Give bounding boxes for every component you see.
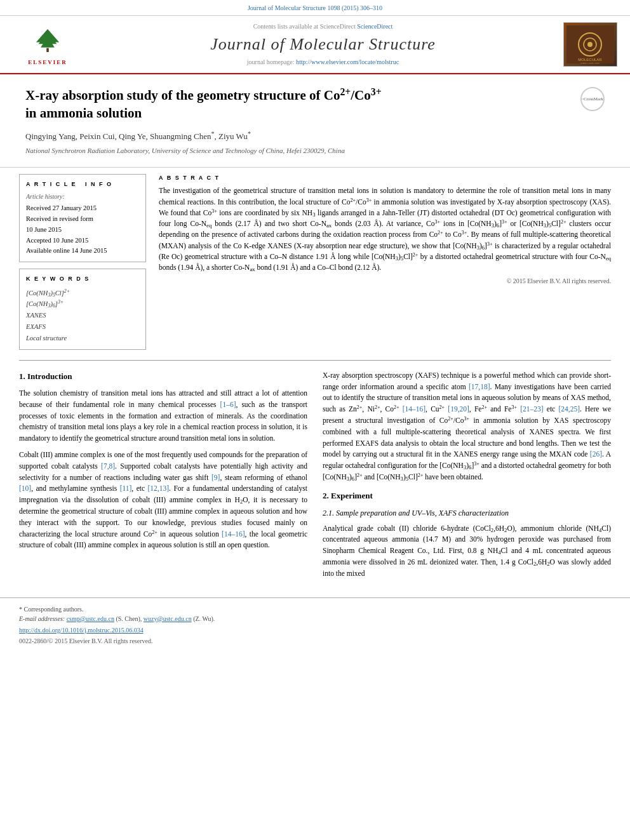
svg-point-7 [587,42,593,47]
journal-header: ELSEVIER Contents lists available at Sci… [0,16,630,74]
footnote-section: * Corresponding authors. E-mail addresse… [0,597,630,649]
crossmark-label: CrossMark [584,97,603,103]
intro-para-1: The solution chemistry of transition met… [19,388,307,444]
online-date: Available online 14 June 2015 [26,247,107,254]
left-column: A R T I C L E I N F O Article history: R… [19,174,146,350]
article-info-label: A R T I C L E I N F O [26,180,139,189]
experiment-heading: 2. Experiment [323,490,611,502]
abstract-text: The investigation of the geometrical str… [159,185,611,273]
article-main-title: X-ray absorption study of the geometry s… [25,87,605,122]
corresponding-label: * Corresponding authors. [19,606,83,613]
intro-heading: 1. Introduction [19,370,307,383]
revised-label: Received in revised form [26,215,93,222]
doi-link[interactable]: http://dx.doi.org/10.1016/j.molstruc.201… [19,627,144,634]
keyword-3: XANES [26,310,139,321]
experiment-subheading: 2.1. Sample preparation and UV–Vis, XAFS… [323,507,611,519]
email-addresses: E-mail addresses: csmp@ustc.edu.cn (S. C… [19,615,215,622]
email-chen[interactable]: csmp@ustc.edu.cn [67,615,114,622]
journal-citation-text: Journal of Molecular Structure 1098 (201… [248,4,382,11]
article-title-section: X-ray absorption study of the geometry s… [0,74,630,168]
received-date: Received 27 January 2015 [26,204,97,211]
main-content: 1. Introduction The solution chemistry o… [0,360,630,597]
section-divider [19,360,611,361]
introduction-section: 1. Introduction The solution chemistry o… [19,370,611,585]
journal-title: Journal of Molecular Structure [83,33,563,56]
right-column: A B S T R A C T The investigation of the… [159,174,611,350]
intro-left-col: 1. Introduction The solution chemistry o… [19,370,307,585]
intro-para-3: X-ray absorption spectroscopy (XAFS) tec… [323,370,611,483]
bottom-copyright: 0022-2860/© 2015 Elsevier B.V. All right… [19,637,611,646]
journal-cover-image: MOLECULAR STRUCTURE [566,25,614,63]
revised-date: 10 June 2015 [26,226,62,233]
abstract-section: A B S T R A C T The investigation of the… [159,174,611,286]
affiliation-line: National Synchrotron Radiation Laborator… [25,146,605,156]
sciencedirect-available: Contents lists available at ScienceDirec… [83,22,563,31]
svg-rect-0 [46,48,49,52]
footnote-text: * Corresponding authors. E-mail addresse… [19,604,611,623]
svg-text:MOLECULAR: MOLECULAR [578,58,602,62]
homepage-url[interactable]: http://www.elsevier.com/locate/molstruc [296,58,399,65]
article-info-abstract-layout: A R T I C L E I N F O Article history: R… [0,168,630,356]
sciencedirect-prefix: Contents lists available at ScienceDirec… [253,23,356,30]
keyword-1: [Co(NH3)5Cl]2+ [26,288,139,299]
history-label: Article history: [26,192,139,202]
elsevier-logo [19,22,76,57]
experiment-para-1: Analytical grade cobalt (II) chloride 6-… [323,523,611,580]
sciencedirect-brand: ScienceDirect [357,23,392,30]
keywords-label: K E Y W O R D S [26,274,139,284]
doi-line[interactable]: http://dx.doi.org/10.1016/j.molstruc.201… [19,626,611,635]
intro-para-2: Cobalt (III) ammine complex is one of th… [19,450,307,551]
keywords-box: K E Y W O R D S [Co(NH3)5Cl]2+ [Co(NH3)6… [19,269,146,350]
absorption-word: absorption [62,88,124,103]
elsevier-logo-area: ELSEVIER [13,22,83,67]
email-wu[interactable]: wuzy@ustc.edu.cn [144,615,192,622]
intro-right-col: X-ray absorption spectroscopy (XAFS) tec… [323,370,611,585]
abstract-label: A B S T R A C T [159,174,611,182]
elsevier-label: ELSEVIER [28,58,67,67]
authors-line: Qingying Yang, Peixin Cui, Qing Ye, Shua… [25,130,605,143]
elsevier-tree-icon [29,28,67,52]
journal-title-area: Contents lists available at ScienceDirec… [83,22,563,67]
journal-citation-bar: Journal of Molecular Structure 1098 (201… [0,0,630,16]
journal-homepage: journal homepage: http://www.elsevier.co… [83,58,563,67]
keyword-5: Local structure [26,333,139,344]
keyword-4: EXAFS [26,321,139,333]
svg-text:STRUCTURE: STRUCTURE [580,62,600,63]
keyword-2: [Co(NH3)6]3+ [26,298,139,310]
article-info-box: A R T I C L E I N F O Article history: R… [19,174,146,262]
abstract-copyright: © 2015 Elsevier B.V. All rights reserved… [159,277,611,286]
journal-thumbnail: MOLECULAR STRUCTURE [563,22,617,67]
homepage-label: journal homepage: [247,58,295,65]
accepted-date: Accepted 10 June 2015 [26,237,88,244]
